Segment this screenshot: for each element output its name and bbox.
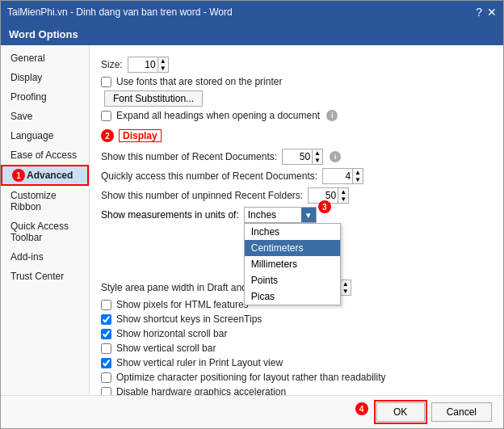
expand-headings-label: Expand all headings when opening a docum… <box>116 110 320 121</box>
font-sub-row: Font Substitution... <box>101 90 492 107</box>
badge4: 4 <box>355 402 368 415</box>
measurements-dropdown-container: Inches ▼ Inches Centimeters Millimeters … <box>244 207 317 223</box>
disable-hardware-checkbox[interactable] <box>101 387 111 396</box>
optimize-char-label: Optimize character positioning for layou… <box>116 372 386 383</box>
unpinned-folders-label: Show this number of unpinned Recent Fold… <box>101 190 303 201</box>
sidebar-item-display[interactable]: Display <box>1 68 89 87</box>
show-shortcut-label: Show shortcut keys in ScreenTips <box>116 313 262 325</box>
measurements-dropdown-menu: Inches Centimeters Millimeters Points Pi… <box>244 223 341 305</box>
quickly-access-input[interactable] <box>323 170 352 182</box>
badge2: 2 <box>101 129 114 142</box>
recent-docs-spinbox[interactable]: ▲ ▼ <box>282 149 323 165</box>
horizontal-scroll-checkbox[interactable] <box>101 329 111 339</box>
measurements-select-box[interactable]: Inches ▼ <box>244 207 317 223</box>
horizontal-scroll-label: Show horizontal scroll bar <box>116 328 227 339</box>
size-label: Size: <box>101 59 123 70</box>
recent-docs-info-icon: i <box>330 151 341 162</box>
measurements-dropdown-arrow[interactable]: ▼ <box>301 208 316 222</box>
optimize-char-checkbox[interactable] <box>101 372 111 383</box>
measurements-value: Inches <box>245 208 301 222</box>
expand-headings-checkbox[interactable] <box>101 111 111 121</box>
disable-hardware-row: Disable hardware graphics acceleration <box>101 386 492 395</box>
sidebar-item-language[interactable]: Language <box>1 126 89 145</box>
dialog-footer: 4 OK Cancel <box>1 395 503 428</box>
option-picas[interactable]: Picas <box>245 288 340 305</box>
sidebar-item-advanced[interactable]: 1Advanced <box>1 165 89 186</box>
horizontal-scroll-row: Show horizontal scroll bar <box>101 328 492 339</box>
size-up-arrow[interactable]: ▲ <box>158 57 168 65</box>
vertical-scroll-label: Show vertical scroll bar <box>116 343 216 354</box>
show-pixels-checkbox[interactable] <box>101 300 111 310</box>
vertical-ruler-label: Show vertical ruler in Print Layout view <box>116 357 283 368</box>
vertical-scroll-row: Show vertical scroll bar <box>101 343 492 354</box>
recent-docs-label: Show this number of Recent Documents: <box>101 151 277 162</box>
unpinned-folders-input[interactable] <box>309 190 338 201</box>
size-down-arrow[interactable]: ▼ <box>158 65 168 72</box>
expand-headings-info-icon: i <box>326 110 338 121</box>
section-display: 2 Display <box>101 129 492 144</box>
display-section-label: Display <box>119 129 162 142</box>
optimize-char-row: Optimize character positioning for layou… <box>101 372 492 383</box>
disable-hardware-label: Disable hardware graphics acceleration <box>116 386 286 395</box>
vertical-ruler-row: Show vertical ruler in Print Layout view <box>101 357 492 368</box>
size-spinbox[interactable]: ▲ ▼ <box>128 57 169 73</box>
quickly-access-down[interactable]: ▼ <box>353 176 363 183</box>
unpinned-down[interactable]: ▼ <box>338 196 348 203</box>
unpinned-up[interactable]: ▲ <box>338 188 348 196</box>
content-area: Size: ▲ ▼ Use fonts that are stored on t… <box>90 45 503 395</box>
ok-button[interactable]: OK <box>376 402 425 422</box>
use-fonts-label: Use fonts that are stored on the printer <box>116 76 282 87</box>
show-shortcut-checkbox[interactable] <box>101 314 111 325</box>
style-area-down[interactable]: ▼ <box>341 288 351 295</box>
cancel-button[interactable]: Cancel <box>431 402 492 422</box>
sidebar-item-ease-of-access[interactable]: Ease of Access <box>1 145 89 165</box>
size-input[interactable] <box>128 59 158 70</box>
help-button[interactable]: ? <box>476 6 482 19</box>
unpinned-folders-row: Show this number of unpinned Recent Fold… <box>101 187 492 204</box>
title-bar: TaiMienPhi.vn - Dinh dang van ban tren w… <box>1 1 503 23</box>
close-button[interactable]: ✕ <box>487 6 497 19</box>
quickly-access-label: Quickly access this number of Recent Doc… <box>101 170 317 182</box>
show-shortcut-row: Show shortcut keys in ScreenTips <box>101 313 492 325</box>
recent-docs-down[interactable]: ▼ <box>313 157 322 164</box>
measurements-row: Show measurements in units of: Inches ▼ … <box>101 207 492 223</box>
size-row: Size: ▲ ▼ <box>101 57 492 73</box>
sidebar-item-add-ins[interactable]: Add-ins <box>1 247 89 267</box>
option-centimeters[interactable]: Centimeters <box>245 240 340 256</box>
recent-docs-input[interactable] <box>283 151 312 162</box>
sidebar-item-quick-access[interactable]: Quick Access Toolbar <box>1 217 89 247</box>
show-pixels-label: Show pixels for HTML features <box>116 299 249 310</box>
recent-docs-up[interactable]: ▲ <box>313 149 322 157</box>
quickly-access-spinbox[interactable]: ▲ ▼ <box>322 168 363 184</box>
use-fonts-row: Use fonts that are stored on the printer <box>101 76 492 87</box>
sidebar-item-save[interactable]: Save <box>1 107 89 126</box>
expand-headings-row: Expand all headings when opening a docum… <box>101 110 492 121</box>
badge3: 3 <box>318 200 331 213</box>
quickly-access-row: Quickly access this number of Recent Doc… <box>101 168 492 184</box>
recent-docs-row: Show this number of Recent Documents: ▲ … <box>101 149 492 165</box>
sidebar-item-proofing[interactable]: Proofing <box>1 87 89 107</box>
font-substitution-button[interactable]: Font Substitution... <box>104 90 203 107</box>
sidebar-item-customize-ribbon[interactable]: Customize Ribbon <box>1 186 89 217</box>
vertical-ruler-checkbox[interactable] <box>101 358 111 368</box>
badge1: 1 <box>12 169 25 182</box>
style-area-up[interactable]: ▲ <box>341 280 351 288</box>
option-points[interactable]: Points <box>245 272 340 288</box>
sidebar-item-general[interactable]: General <box>1 48 89 68</box>
quickly-access-up[interactable]: ▲ <box>353 169 363 176</box>
sidebar: General Display Proofing Save Language E… <box>1 45 90 395</box>
use-fonts-checkbox[interactable] <box>101 77 111 87</box>
measurements-label: Show measurements in units of: <box>101 209 239 221</box>
title-bar-title: TaiMienPhi.vn - Dinh dang van ban tren w… <box>7 6 233 18</box>
dialog-body: General Display Proofing Save Language E… <box>1 45 503 395</box>
dialog-header: Word Options <box>1 23 503 45</box>
vertical-scroll-checkbox[interactable] <box>101 343 111 354</box>
sidebar-item-trust-center[interactable]: Trust Center <box>1 267 89 286</box>
dialog-title: Word Options <box>9 28 78 40</box>
option-millimeters[interactable]: Millimeters <box>245 256 340 272</box>
option-inches1[interactable]: Inches <box>245 224 340 240</box>
